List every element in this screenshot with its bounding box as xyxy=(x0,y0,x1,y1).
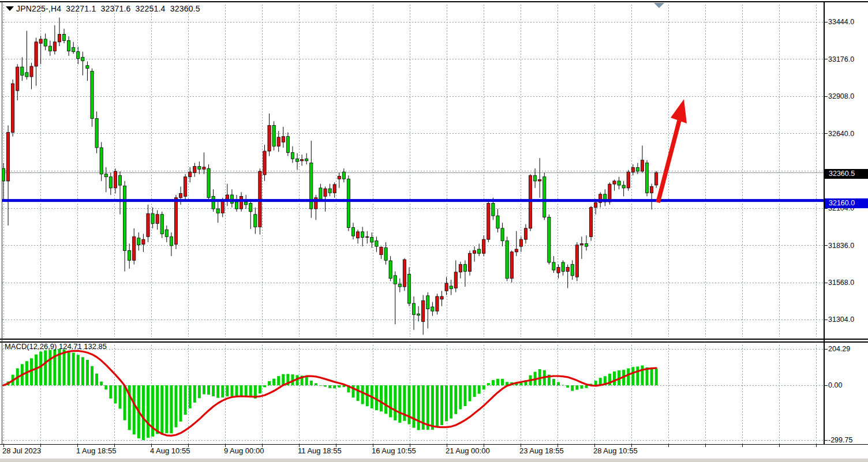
macd-histogram-bar xyxy=(165,385,168,433)
candle-body xyxy=(12,84,14,132)
latest-bar-marker-icon[interactable] xyxy=(654,3,664,8)
macd-histogram-bar xyxy=(184,385,187,415)
candle-body xyxy=(650,186,653,193)
hline-price-badge[interactable]: 32160.0 xyxy=(825,198,868,208)
candle-body xyxy=(58,34,61,42)
candle-body xyxy=(282,137,285,142)
candle-body xyxy=(459,265,462,272)
macd-histogram-bar xyxy=(613,371,616,385)
macd-histogram-bar xyxy=(333,385,336,388)
candle-body xyxy=(295,159,298,161)
macd-histogram-bar xyxy=(259,385,261,393)
macd-histogram-bar xyxy=(473,385,476,397)
candle-body xyxy=(179,194,182,198)
candle-body xyxy=(552,262,555,270)
macd-histogram-bar xyxy=(413,385,416,428)
candle-body xyxy=(440,296,443,299)
candle-body xyxy=(147,214,149,237)
macd-histogram-bar xyxy=(394,385,396,420)
candle-body xyxy=(589,208,592,237)
candle-body xyxy=(426,296,429,309)
symbol-period-label: JPN225-,H4 xyxy=(16,4,61,13)
candle-body xyxy=(463,265,466,272)
candle-body xyxy=(394,276,396,284)
macd-histogram-bar xyxy=(216,385,219,398)
candle-body xyxy=(571,265,574,276)
macd-histogram-bar xyxy=(179,385,182,422)
candle-body xyxy=(104,174,107,177)
candle-body xyxy=(524,228,527,239)
candle-body xyxy=(655,172,658,185)
candle-body xyxy=(645,163,648,193)
candle-body xyxy=(207,168,210,198)
macd-histogram-bar xyxy=(272,379,275,385)
candle-body xyxy=(478,249,481,253)
candle-body xyxy=(151,214,154,224)
macd-histogram-bar xyxy=(417,385,420,430)
candle-body xyxy=(366,236,369,237)
macd-histogram-bar xyxy=(305,376,308,385)
ohlc-open: 32271.1 xyxy=(66,4,96,13)
triangle-down-icon[interactable] xyxy=(6,6,14,11)
macd-histogram-bar xyxy=(459,385,462,410)
macd-histogram-bar xyxy=(156,385,159,434)
macd-histogram-bar xyxy=(562,385,564,385)
window-bottom-strip xyxy=(0,459,868,462)
macd-histogram-bar xyxy=(566,385,569,388)
candle-body xyxy=(594,202,597,207)
macd-histogram-bar xyxy=(91,366,93,385)
candle-body xyxy=(347,179,350,227)
candle-body xyxy=(137,238,140,245)
macd-histogram-bar xyxy=(277,376,280,385)
trend-arrow-head-icon[interactable] xyxy=(671,99,687,123)
macd-histogram-bar xyxy=(338,385,341,388)
macd-histogram-bar xyxy=(636,366,639,385)
macd-histogram-bar xyxy=(361,385,364,404)
candle-body xyxy=(398,284,401,287)
candle-body xyxy=(39,39,42,43)
macd-histogram-bar xyxy=(380,385,383,411)
macd-histogram-bar xyxy=(39,352,42,385)
ohlc-high: 32371.6 xyxy=(100,4,130,13)
candle-body xyxy=(95,118,98,148)
macd-histogram-bar xyxy=(198,385,201,398)
candle-body xyxy=(310,163,313,209)
macd-histogram-bar xyxy=(86,360,89,385)
macd-histogram-bar xyxy=(487,383,490,385)
macd-histogram-bar xyxy=(249,385,252,396)
candle-body xyxy=(328,189,331,193)
candle-body xyxy=(548,217,551,262)
macd-signal-line xyxy=(3,351,656,435)
macd-histogram-bar xyxy=(594,381,597,385)
candle-body xyxy=(566,267,569,271)
candle-body xyxy=(506,241,508,279)
candle-body xyxy=(86,66,89,69)
candle-body xyxy=(268,125,271,151)
macd-histogram-bar xyxy=(72,352,75,385)
candle-body xyxy=(254,215,257,227)
candle-body xyxy=(72,47,75,51)
macd-histogram-bar xyxy=(431,385,434,430)
candlestick-chart[interactable] xyxy=(0,0,868,462)
candle-body xyxy=(16,67,19,91)
candle-body xyxy=(221,201,224,213)
macd-histogram-bar xyxy=(221,385,224,397)
candle-body xyxy=(272,125,275,146)
candle-body xyxy=(30,66,33,77)
candle-body xyxy=(351,228,354,236)
macd-histogram-bar xyxy=(319,385,322,386)
macd-histogram-bar xyxy=(68,351,70,385)
macd-histogram-bar xyxy=(641,366,643,385)
macd-histogram-bar xyxy=(501,379,504,385)
candle-body xyxy=(118,175,121,185)
horizontal-line[interactable] xyxy=(2,199,824,202)
macd-histogram-bar xyxy=(207,385,210,395)
macd-histogram-bar xyxy=(189,385,192,408)
candle-body xyxy=(62,34,65,40)
candle-body xyxy=(245,202,248,205)
macd-histogram-bar xyxy=(655,369,658,385)
candle-body xyxy=(468,253,471,271)
candle-body xyxy=(431,307,434,311)
macd-histogram-bar xyxy=(230,385,233,396)
macd-histogram-bar xyxy=(282,374,285,385)
